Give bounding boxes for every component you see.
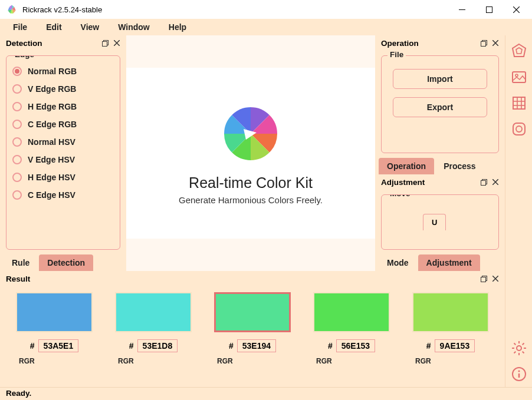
float-icon[interactable] bbox=[99, 37, 111, 49]
result-title: Result bbox=[6, 275, 478, 283]
svg-point-13 bbox=[515, 74, 518, 77]
color-swatch[interactable] bbox=[412, 292, 489, 332]
close-icon[interactable] bbox=[490, 273, 501, 285]
center-canvas: Real-time Color Kit Generate Harmonious … bbox=[126, 35, 375, 271]
radio-normal-hsv[interactable]: Normal HSV bbox=[12, 137, 114, 147]
svg-line-28 bbox=[514, 352, 515, 353]
color-swatch[interactable] bbox=[214, 292, 291, 332]
hex-row: #53E194 bbox=[229, 339, 276, 352]
edge-radio-list: Normal RGB V Edge RGB H Edge RGB C Edge … bbox=[12, 64, 114, 202]
import-button[interactable]: Import bbox=[393, 69, 487, 89]
info-icon[interactable] bbox=[509, 364, 529, 384]
hex-row: #56E153 bbox=[328, 339, 375, 352]
radio-c-edge-hsv[interactable]: C Edge HSV bbox=[12, 190, 114, 200]
menubar: File Edit View Window Help bbox=[0, 19, 532, 35]
center-sub: Generate Harmonious Colors Freely. bbox=[179, 195, 323, 205]
radio-v-edge-rgb[interactable]: V Edge RGB bbox=[12, 84, 114, 94]
tab-operation[interactable]: Operation bbox=[379, 158, 434, 174]
hex-value[interactable]: 53E1D8 bbox=[137, 339, 178, 352]
svg-line-29 bbox=[522, 343, 524, 345]
swatch-item: #53E194RGR bbox=[210, 292, 295, 365]
tab-detection[interactable]: Detection bbox=[39, 254, 93, 271]
export-button[interactable]: Export bbox=[393, 97, 487, 117]
svg-rect-19 bbox=[513, 123, 525, 135]
svg-rect-1 bbox=[486, 6, 492, 12]
float-icon[interactable] bbox=[478, 37, 490, 49]
radio-normal-rgb[interactable]: Normal RGB bbox=[12, 67, 114, 76]
status-text: Ready. bbox=[6, 389, 31, 398]
hex-row: #9AE153 bbox=[426, 339, 475, 352]
right-sidebar bbox=[505, 35, 532, 400]
svg-rect-9 bbox=[481, 277, 485, 282]
adjustment-panel: Adjustment Move U Mode Adjustment bbox=[375, 174, 505, 271]
close-button[interactable] bbox=[503, 0, 530, 19]
svg-rect-14 bbox=[513, 97, 525, 109]
menu-view[interactable]: View bbox=[73, 20, 108, 34]
tab-rule[interactable]: Rule bbox=[4, 254, 38, 271]
svg-point-21 bbox=[517, 346, 521, 351]
rgb-label: RGR bbox=[415, 357, 431, 365]
tab-mode[interactable]: Mode bbox=[379, 254, 417, 271]
menu-window[interactable]: Window bbox=[110, 20, 158, 34]
gear-icon[interactable] bbox=[509, 338, 529, 358]
svg-marker-10 bbox=[513, 44, 526, 57]
svg-rect-3 bbox=[102, 41, 107, 46]
radio-v-edge-hsv[interactable]: V Edge HSV bbox=[12, 155, 114, 164]
color-swatch[interactable] bbox=[313, 292, 390, 332]
grid-icon[interactable] bbox=[509, 93, 529, 113]
file-group-title: File bbox=[387, 50, 406, 59]
float-icon[interactable] bbox=[478, 273, 490, 285]
hex-value[interactable]: 53E194 bbox=[237, 339, 276, 352]
rgb-label: RGR bbox=[118, 357, 134, 365]
minimize-button[interactable] bbox=[448, 0, 475, 19]
radio-h-edge-hsv[interactable]: H Edge HSV bbox=[12, 173, 114, 182]
hex-row: #53E1D8 bbox=[129, 339, 178, 352]
titlebar: Rickrack v2.5.24-stable bbox=[0, 0, 532, 19]
tab-process[interactable]: Process bbox=[435, 158, 484, 174]
adjustment-title: Adjustment bbox=[381, 178, 478, 187]
edge-group-title: Edge bbox=[12, 55, 37, 59]
svg-rect-7 bbox=[481, 180, 485, 185]
color-swatch[interactable] bbox=[115, 292, 192, 332]
radio-h-edge-rgb[interactable]: H Edge RGB bbox=[12, 102, 114, 111]
menu-edit[interactable]: Edit bbox=[38, 20, 70, 34]
rgb-label: RGR bbox=[19, 357, 35, 365]
rgb-label: RGR bbox=[316, 357, 332, 365]
center-heading: Real-time Color Kit bbox=[189, 174, 313, 191]
hex-row: #53A5E1 bbox=[30, 339, 78, 352]
svg-line-27 bbox=[522, 352, 524, 353]
statusbar: Ready. bbox=[0, 387, 532, 400]
hex-value[interactable]: 56E153 bbox=[336, 339, 375, 352]
result-panel: Result #53A5E1RGR#53E1D8RGR#53E194RGR#56… bbox=[0, 271, 505, 400]
menu-file[interactable]: File bbox=[5, 20, 35, 34]
close-icon[interactable] bbox=[490, 176, 501, 188]
rgb-label: RGR bbox=[217, 357, 233, 365]
detection-panel: Detection Edge Normal RGB V Edge RGB H E… bbox=[0, 35, 126, 271]
swatch-item: #53E1D8RGR bbox=[111, 292, 196, 365]
hex-value[interactable]: 9AE153 bbox=[435, 339, 475, 352]
wheel-icon[interactable] bbox=[509, 41, 529, 61]
svg-line-26 bbox=[514, 343, 515, 345]
color-swatch[interactable] bbox=[16, 292, 93, 332]
operation-panel: Operation File Import Export Operation P bbox=[375, 35, 505, 174]
svg-rect-0 bbox=[459, 9, 465, 10]
hex-value[interactable]: 53A5E1 bbox=[38, 339, 79, 352]
radio-c-edge-rgb[interactable]: C Edge RGB bbox=[12, 120, 114, 129]
maximize-button[interactable] bbox=[475, 0, 503, 19]
close-icon[interactable] bbox=[490, 37, 501, 49]
close-icon[interactable] bbox=[111, 37, 123, 49]
swatch-item: #53A5E1RGR bbox=[12, 292, 97, 365]
tab-adjustment[interactable]: Adjustment bbox=[418, 254, 480, 271]
image-icon[interactable] bbox=[509, 67, 529, 87]
board-icon[interactable] bbox=[509, 119, 529, 139]
window-title: Rickrack v2.5.24-stable bbox=[22, 5, 448, 14]
float-icon[interactable] bbox=[478, 176, 490, 188]
menu-help[interactable]: Help bbox=[160, 20, 195, 34]
swatch-item: #9AE153RGR bbox=[408, 292, 493, 365]
app-logo bbox=[6, 4, 18, 15]
move-group-title: Move bbox=[387, 194, 413, 198]
svg-point-20 bbox=[516, 126, 522, 132]
operation-title: Operation bbox=[381, 39, 478, 48]
u-button[interactable]: U bbox=[423, 214, 446, 230]
svg-point-31 bbox=[518, 371, 520, 372]
